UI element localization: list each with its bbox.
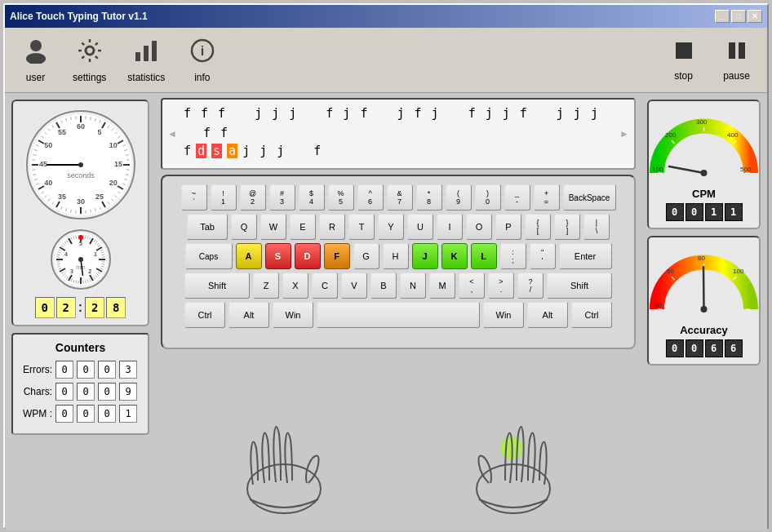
key-a[interactable]: A: [236, 243, 262, 269]
key-p[interactable]: P: [495, 214, 521, 240]
cpm-d3: 1: [725, 203, 743, 221]
key-0[interactable]: )0: [475, 184, 501, 211]
key-rctrl[interactable]: Ctrl: [571, 302, 612, 328]
toolbar-info[interactable]: i info: [180, 34, 224, 86]
wpm-label: WPM :: [20, 408, 52, 419]
key-rshift[interactable]: Shift: [547, 273, 612, 299]
timer-digit-2: 2: [85, 297, 104, 318]
key-row-asdf: Caps A S D F G H J K L :; "' Enter: [171, 243, 626, 269]
window-title: Alice Touch Typing Tutor v1.1: [10, 11, 148, 22]
key-t[interactable]: T: [348, 214, 375, 240]
key-7[interactable]: &7: [387, 184, 413, 211]
key-tilde[interactable]: ~`: [181, 184, 207, 211]
key-e[interactable]: E: [290, 214, 316, 240]
key-q[interactable]: Q: [231, 214, 257, 240]
title-bar: Alice Touch Typing Tutor v1.1 _ □ ✕: [5, 5, 767, 28]
key-semicolon[interactable]: :;: [500, 243, 526, 269]
key-k[interactable]: K: [441, 243, 468, 269]
key-row-numbers: ~` !1 @2 #3 $4 %5 ^6 &7 *8 (9 )0 _- += B…: [171, 184, 626, 211]
key-o[interactable]: O: [466, 214, 492, 240]
cpm-d2: 1: [705, 203, 723, 221]
key-rbracket[interactable]: }]: [554, 214, 580, 240]
chars-label: Chars:: [20, 386, 52, 397]
key-enter[interactable]: Enter: [559, 243, 612, 269]
key-c[interactable]: C: [312, 273, 338, 299]
svg-point-1: [26, 53, 46, 64]
toolbar-user[interactable]: user: [13, 34, 58, 86]
key-u[interactable]: U: [407, 214, 433, 240]
wpm-d1: 0: [77, 405, 95, 423]
key-ralt[interactable]: Alt: [527, 302, 568, 328]
key-6[interactable]: ^6: [357, 184, 384, 211]
key-j[interactable]: J: [412, 243, 438, 269]
key-b[interactable]: B: [370, 273, 397, 299]
key-m[interactable]: M: [429, 273, 455, 299]
errors-d3: 3: [119, 361, 137, 379]
timer-digit-1: 2: [56, 297, 76, 318]
key-h[interactable]: H: [383, 243, 409, 269]
timer-digit-0: 0: [35, 297, 55, 318]
key-8[interactable]: *8: [416, 184, 442, 211]
cpm-d0: 0: [666, 203, 684, 221]
maximize-button[interactable]: □: [731, 10, 746, 23]
cpm-gauge-panel: 100 200 300 400 500 CPM 0 0 1 1: [647, 100, 761, 229]
keyboard-area: ~` !1 @2 #3 $4 %5 ^6 &7 *8 (9 )0 _- += B…: [161, 175, 636, 349]
key-v[interactable]: V: [341, 273, 367, 299]
key-comma[interactable]: <,: [459, 273, 485, 299]
key-slash[interactable]: ?/: [517, 273, 544, 299]
key-3[interactable]: #3: [269, 184, 295, 211]
svg-text:i: i: [201, 44, 204, 58]
key-2[interactable]: @2: [240, 184, 266, 211]
key-lshift[interactable]: Shift: [184, 273, 250, 299]
key-lctrl[interactable]: Ctrl: [184, 302, 225, 328]
toolbar-pause[interactable]: pause: [714, 36, 759, 85]
key-row-bottom: Ctrl Alt Win Win Alt Ctrl: [171, 302, 626, 328]
key-backspace[interactable]: BackSpace: [563, 184, 616, 211]
key-i[interactable]: I: [437, 214, 463, 240]
key-caps[interactable]: Caps: [185, 243, 233, 269]
toolbar-statistics[interactable]: statistics: [121, 34, 171, 86]
key-equals[interactable]: +=: [534, 184, 560, 211]
key-lalt[interactable]: Alt: [228, 302, 269, 328]
key-r[interactable]: R: [319, 214, 345, 240]
key-d[interactable]: D: [295, 243, 321, 269]
key-s[interactable]: S: [265, 243, 291, 269]
key-quote[interactable]: "': [530, 243, 556, 269]
key-minus[interactable]: _-: [504, 184, 530, 211]
key-9[interactable]: (9: [446, 184, 472, 211]
acc-d0: 0: [666, 339, 684, 357]
settings-icon: [77, 38, 103, 69]
close-button[interactable]: ✕: [748, 10, 762, 23]
key-w[interactable]: W: [260, 214, 286, 240]
key-l[interactable]: L: [471, 243, 497, 269]
key-f[interactable]: F: [324, 243, 350, 269]
key-5[interactable]: %5: [328, 184, 354, 211]
key-lbracket[interactable]: {[: [525, 214, 551, 240]
toolbar-settings[interactable]: settings: [66, 34, 113, 86]
key-4[interactable]: $4: [299, 184, 325, 211]
key-period[interactable]: >.: [488, 273, 514, 299]
cpm-digits: 0 0 1 1: [666, 203, 743, 221]
key-rwin[interactable]: Win: [483, 302, 524, 328]
key-1[interactable]: !1: [211, 184, 237, 211]
chars-row: Chars: 0 0 0 9: [20, 383, 141, 401]
toolbar-stop[interactable]: stop: [661, 36, 706, 85]
user-label: user: [26, 72, 45, 83]
key-z[interactable]: Z: [253, 273, 279, 299]
minimize-button[interactable]: _: [715, 10, 730, 23]
key-x[interactable]: X: [282, 273, 308, 299]
key-tab[interactable]: Tab: [187, 214, 228, 240]
key-g[interactable]: G: [353, 243, 379, 269]
accuracy-gauge: 40 60 80 100: [649, 244, 759, 317]
right-panel: 100 200 300 400 500 CPM 0 0 1 1: [641, 93, 767, 530]
svg-line-35: [703, 267, 704, 309]
key-space[interactable]: [317, 302, 480, 328]
right-hand: [448, 411, 579, 517]
window-controls: _ □ ✕: [715, 10, 762, 23]
svg-point-2: [86, 47, 94, 55]
svg-rect-8: [676, 42, 692, 59]
key-lwin[interactable]: Win: [273, 302, 313, 328]
key-y[interactable]: Y: [378, 214, 404, 240]
key-backslash[interactable]: |\: [583, 214, 610, 240]
key-n[interactable]: N: [400, 273, 426, 299]
